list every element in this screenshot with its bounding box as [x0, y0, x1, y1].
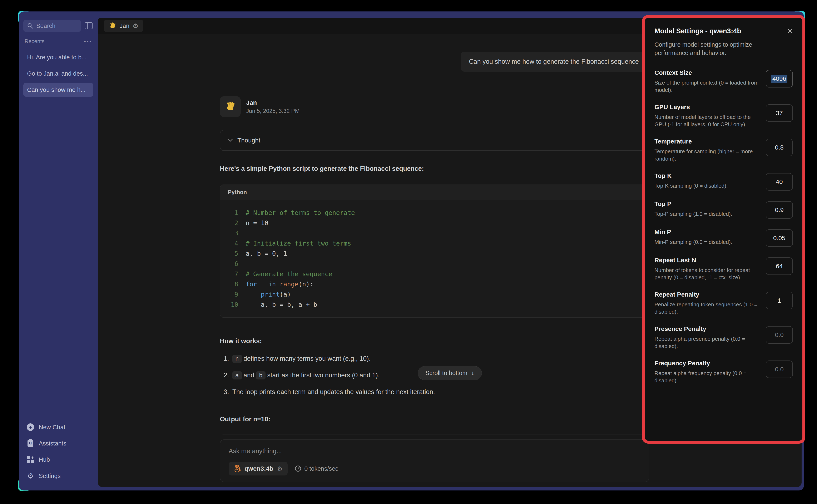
field-input[interactable]: 0.05: [766, 229, 793, 247]
thought-toggle[interactable]: Thought: [220, 130, 647, 151]
sidebar-item-hub[interactable]: Hub: [23, 453, 93, 467]
chat-input[interactable]: Ask me anything... qwen3:4b ⚙: [220, 439, 649, 482]
code-block: Python 1# Number of terms to generate2n …: [220, 185, 647, 318]
field-description: Top-K sampling (0 = disabled).: [654, 182, 728, 190]
settings-field-gpu-layers: GPU LayersNumber of model layers to offl…: [654, 104, 793, 128]
plus-circle-icon: +: [26, 423, 35, 431]
field-input[interactable]: 0.9: [766, 201, 793, 219]
chevron-down-icon: [227, 139, 233, 142]
field-description: Repeat alpha presence penalty (0.0 = dis…: [654, 335, 763, 350]
gear-icon: ⚙: [26, 472, 35, 480]
code-line: 10 a, b = b, a + b: [226, 299, 641, 310]
assistant-avatar: [220, 96, 241, 117]
code-language-label: Python: [220, 185, 647, 200]
sidebar-recent-item[interactable]: Can you show me h...: [23, 83, 93, 97]
code-line: 8for _ in range(n):: [226, 279, 641, 289]
field-label: Repeat Penalty: [654, 291, 763, 298]
field-input[interactable]: 0.8: [766, 139, 793, 156]
how-it-works-heading: How it works:: [220, 337, 647, 345]
recents-menu-icon[interactable]: •••: [84, 38, 92, 45]
sidebar-item-new-chat[interactable]: + New Chat: [23, 420, 93, 434]
search-placeholder: Search: [36, 22, 55, 29]
hub-grid-icon: [26, 455, 35, 464]
message-timestamp: Jun 5, 2025, 3:32 PM: [246, 108, 300, 114]
field-input[interactable]: 1: [766, 292, 793, 309]
field-input[interactable]: 4096: [766, 70, 793, 87]
code-body: 1# Number of terms to generate2n = 103 4…: [220, 200, 647, 317]
down-arrow-icon: ↓: [471, 370, 474, 377]
field-input[interactable]: 0.0: [766, 326, 793, 344]
recents-heading: Recents: [25, 38, 44, 45]
close-icon[interactable]: ✕: [787, 27, 793, 35]
settings-field-min-p: Min PMin-P sampling (0.0 = disabled).0.0…: [654, 228, 793, 247]
sidebar-toggle-icon[interactable]: [84, 21, 93, 31]
model-gear-icon[interactable]: ⚙: [277, 465, 283, 472]
settings-field-context-size: Context SizeSize of the prompt context (…: [654, 69, 793, 94]
code-line: 5a, b = 0, 1: [226, 248, 641, 259]
how-it-works-step: 1.n defines how many terms you want (e.g…: [224, 355, 647, 362]
sidebar-item-assistants[interactable]: Assistants: [23, 436, 93, 450]
settings-field-repeat-last-n: Repeat Last NNumber of tokens to conside…: [654, 257, 793, 281]
settings-fields: Context SizeSize of the prompt context (…: [654, 69, 793, 384]
field-description: Repeat alpha frequency penalty (0.0 = di…: [654, 370, 763, 384]
code-line: 3: [226, 228, 641, 238]
chat-input-placeholder: Ask me anything...: [229, 447, 641, 455]
field-description: Top-P sampling (1.0 = disabled).: [654, 210, 732, 218]
model-selector[interactable]: qwen3:4b ⚙: [229, 462, 287, 475]
tab-title: Jan: [120, 22, 129, 29]
field-label: Top P: [654, 200, 732, 207]
field-label: Presence Penalty: [654, 325, 763, 332]
field-label: Context Size: [654, 69, 763, 76]
sidebar-footer: + New Chat Assistants Hub ⚙ Settings: [23, 420, 93, 483]
scroll-to-bottom-button[interactable]: Scroll to bottom ↓: [418, 366, 482, 380]
recents-list: Hi. Are you able to b...Go to Jan.ai and…: [23, 50, 93, 97]
field-description: Size of the prompt context (0 = loaded f…: [654, 79, 763, 94]
clipboard-icon: [26, 439, 35, 448]
field-description: Temperature for sampling (higher = more …: [654, 148, 763, 162]
assistant-name: Jan: [246, 99, 300, 106]
field-input[interactable]: 40: [766, 173, 793, 191]
assistant-message-header: Jan Jun 5, 2025, 3:32 PM: [220, 96, 647, 117]
sidebar: Search Recents ••• Hi. Are you able to b…: [19, 11, 98, 490]
settings-field-frequency-penalty: Frequency PenaltyRepeat alpha frequency …: [654, 360, 793, 384]
tab-jan[interactable]: Jan ⚙: [104, 20, 143, 32]
field-label: Repeat Last N: [654, 257, 763, 264]
field-label: Min P: [654, 228, 732, 236]
gauge-icon: [295, 465, 301, 472]
field-label: Temperature: [654, 138, 763, 145]
code-line: 6: [226, 259, 641, 269]
model-settings-panel: Model Settings - qwen3:4b ✕ Configure mo…: [642, 15, 805, 444]
code-line: 9 print(a): [226, 289, 641, 299]
field-label: GPU Layers: [654, 104, 763, 111]
tokens-per-sec: 0 tokens/sec: [295, 465, 338, 472]
output-heading: Output for n=10:: [220, 415, 647, 423]
sidebar-recent-item[interactable]: Hi. Are you able to b...: [23, 50, 93, 64]
sidebar-recent-item[interactable]: Go to Jan.ai and des...: [23, 67, 93, 80]
field-label: Frequency Penalty: [654, 360, 763, 367]
search-input[interactable]: Search: [23, 20, 81, 32]
tab-gear-icon[interactable]: ⚙: [133, 22, 138, 30]
settings-title: Model Settings - qwen3:4b: [654, 27, 741, 35]
settings-field-top-k: Top KTop-K sampling (0 = disabled).40: [654, 172, 793, 191]
code-line: 4# Initialize first two terms: [226, 238, 641, 248]
code-line: 2n = 10: [226, 218, 641, 228]
field-description: Number of tokens to consider for repeat …: [654, 267, 763, 281]
code-line: 7# Generate the sequence: [226, 269, 641, 279]
settings-field-temperature: TemperatureTemperature for sampling (hig…: [654, 138, 793, 162]
field-input[interactable]: 64: [766, 257, 793, 275]
model-name: qwen3:4b: [244, 465, 273, 472]
assistant-intro-text: Here's a simple Python script to generat…: [220, 165, 647, 172]
sidebar-item-settings[interactable]: ⚙ Settings: [23, 469, 93, 483]
settings-field-top-p: Top PTop-P sampling (1.0 = disabled).0.9: [654, 200, 793, 219]
field-input[interactable]: 0.0: [766, 361, 793, 378]
field-description: Penalize repeating token sequences (1.0 …: [654, 301, 763, 316]
field-input[interactable]: 37: [766, 104, 793, 122]
user-message: Can you show me how to generate the Fibo…: [461, 52, 647, 72]
settings-field-repeat-penalty: Repeat PenaltyPenalize repeating token s…: [654, 291, 793, 316]
wave-emoji-icon: [109, 22, 116, 30]
field-label: Top K: [654, 172, 728, 179]
code-line: 1# Number of terms to generate: [226, 208, 641, 218]
settings-field-presence-penalty: Presence PenaltyRepeat alpha presence pe…: [654, 325, 793, 350]
search-icon: [27, 23, 33, 29]
how-it-works-step: 3.The loop prints each term and updates …: [224, 388, 647, 396]
